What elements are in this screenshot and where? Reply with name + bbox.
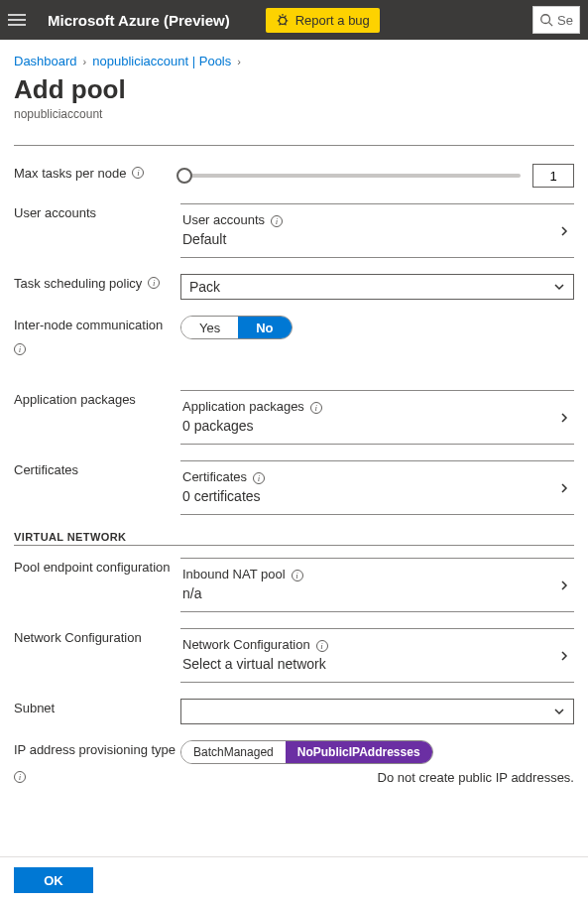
page-subtitle: nopubliciaccount — [14, 107, 574, 121]
scheduling-label: Task scheduling policy — [14, 276, 142, 291]
divider — [14, 545, 574, 546]
chevron-right-icon — [558, 650, 570, 662]
certificates-item-label: Certificates — [182, 469, 247, 484]
chevron-right-icon: › — [83, 56, 87, 67]
internode-no[interactable]: No — [238, 317, 291, 338]
ok-button[interactable]: OK — [14, 867, 93, 893]
network-config-item[interactable]: Network Configuration Select a virtual n… — [180, 628, 574, 683]
internode-label: Inter-node communication — [14, 318, 163, 332]
divider — [14, 145, 574, 146]
pool-endpoint-item-label: Inbound NAT pool — [182, 567, 286, 581]
app-packages-item-value: 0 packages — [182, 418, 574, 434]
subnet-label: Subnet — [14, 701, 55, 715]
breadcrumb: Dashboard › nopubliciaccount | Pools › — [14, 54, 574, 68]
info-icon[interactable] — [148, 277, 160, 289]
topbar: Microsoft Azure (Preview) Report a bug S… — [0, 0, 588, 40]
chevron-right-icon: › — [237, 56, 241, 67]
chevron-down-icon — [553, 706, 565, 717]
info-icon[interactable] — [292, 570, 303, 581]
app-packages-item-label: Application packages — [182, 399, 304, 414]
bug-icon — [276, 13, 290, 27]
pool-endpoint-item-value: n/a — [182, 585, 574, 601]
chevron-right-icon — [558, 580, 570, 591]
info-icon[interactable] — [310, 402, 322, 414]
certificates-label: Certificates — [14, 462, 78, 477]
certificates-item-value: 0 certificates — [182, 488, 574, 504]
info-icon[interactable] — [253, 472, 265, 484]
slider-thumb[interactable] — [176, 168, 192, 184]
content-area: Dashboard › nopubliciaccount | Pools › A… — [0, 40, 588, 785]
info-icon[interactable] — [14, 771, 26, 783]
user-accounts-label: User accounts — [14, 205, 96, 220]
chevron-right-icon — [558, 412, 570, 424]
chevron-right-icon — [558, 225, 570, 237]
user-accounts-item-value: Default — [182, 231, 574, 247]
internode-toggle: Yes No — [180, 316, 293, 339]
search-icon — [539, 13, 553, 27]
chevron-down-icon — [553, 281, 565, 293]
search-placeholder: Se — [557, 13, 573, 28]
info-icon[interactable] — [132, 167, 144, 179]
pool-endpoint-label: Pool endpoint configuration — [14, 560, 171, 575]
breadcrumb-dashboard[interactable]: Dashboard — [14, 54, 77, 68]
max-tasks-label: Max tasks per node — [14, 166, 126, 181]
user-accounts-item[interactable]: User accounts Default — [180, 203, 574, 258]
ip-provisioning-toggle: BatchManaged NoPublicIPAddresses — [180, 740, 433, 764]
ip-provisioning-label: IP address provisioning type — [14, 742, 176, 757]
hamburger-menu-icon[interactable] — [8, 14, 32, 26]
app-packages-item[interactable]: Application packages 0 packages — [180, 390, 574, 445]
vnet-section-title: VIRTUAL NETWORK — [14, 531, 574, 543]
ip-prov-nopublicip[interactable]: NoPublicIPAddresses — [286, 741, 432, 763]
info-icon[interactable] — [316, 640, 328, 652]
breadcrumb-pools[interactable]: nopubliciaccount | Pools — [92, 54, 231, 68]
subnet-select[interactable] — [180, 699, 574, 724]
user-accounts-item-label: User accounts — [182, 212, 265, 227]
network-config-item-value: Select a virtual network — [182, 656, 574, 672]
info-icon[interactable] — [14, 343, 26, 355]
page-title: Add pool — [14, 74, 574, 105]
scheduling-value: Pack — [189, 279, 220, 295]
chevron-right-icon — [558, 482, 570, 494]
report-bug-button[interactable]: Report a bug — [266, 8, 380, 33]
ip-prov-batchmanaged[interactable]: BatchManaged — [181, 741, 286, 763]
svg-point-0 — [279, 17, 286, 24]
certificates-item[interactable]: Certificates 0 certificates — [180, 460, 574, 515]
max-tasks-slider[interactable] — [180, 174, 521, 178]
internode-yes[interactable]: Yes — [181, 317, 238, 338]
footer: OK — [0, 856, 588, 903]
report-bug-label: Report a bug — [295, 13, 370, 28]
ip-provisioning-help: Do not create public IP addresses. — [180, 770, 574, 785]
brand-title: Microsoft Azure (Preview) — [48, 12, 230, 29]
network-config-label: Network Configuration — [14, 630, 142, 645]
info-icon[interactable] — [271, 215, 283, 227]
app-packages-label: Application packages — [14, 392, 136, 407]
scheduling-select[interactable]: Pack — [180, 274, 574, 300]
max-tasks-input[interactable] — [532, 164, 574, 188]
svg-point-1 — [541, 15, 550, 24]
network-config-item-label: Network Configuration — [182, 637, 310, 652]
pool-endpoint-item[interactable]: Inbound NAT pool n/a — [180, 558, 574, 612]
search-input[interactable]: Se — [532, 6, 580, 34]
